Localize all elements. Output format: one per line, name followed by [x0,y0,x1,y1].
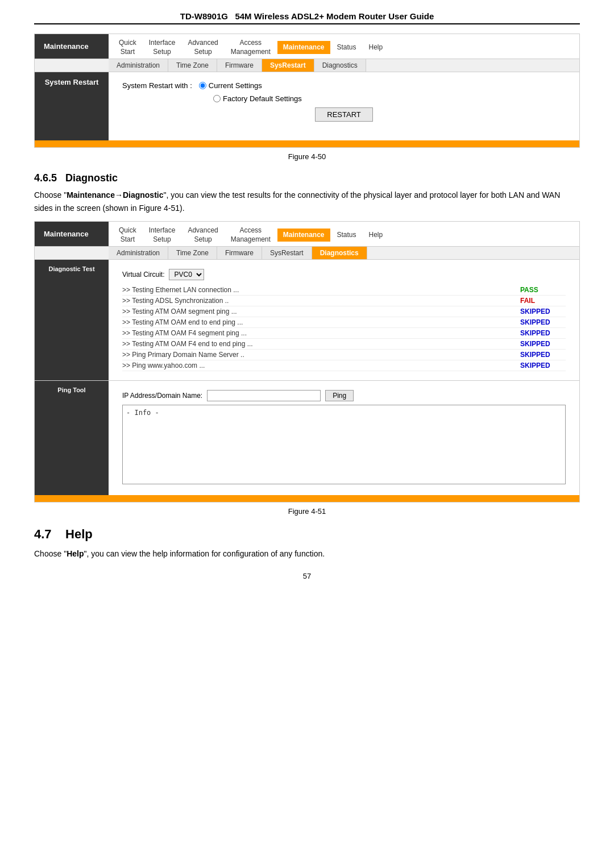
test-name-5: >> Testing ATM OAM F4 segment ping ... [122,329,520,337]
fig51-bottom-bar [35,495,579,502]
diag-row-3: >> Testing ATM OAM segment ping ... SKIP… [122,306,566,317]
section-465-body: Choose "Maintenance→Diagnostic", you can… [34,189,580,214]
subnav1-sysrestart[interactable]: SysRestart [262,59,314,72]
diag-row-4: >> Testing ATM OAM end to end ping ... S… [122,317,566,328]
diag-row-2: >> Testing ADSL Synchronization .. FAIL [122,296,566,306]
test-result-8: SKIPPED [520,362,566,369]
tab1-quick-start[interactable]: Quick Start [113,36,142,59]
nav-bar-2: Maintenance Quick Start Interface Setup … [35,222,579,247]
ping-tool-main: IP Address/Domain Name: Ping - Info - [109,381,579,495]
test-name-2: >> Testing ADSL Synchronization .. [122,297,520,305]
diag-row-6: >> Testing ATM OAM F4 end to end ping ..… [122,339,566,350]
subnav2-diagnostics[interactable]: Diagnostics [312,247,367,259]
ping-tool-sidebar: Ping Tool [35,381,109,495]
diag-test-content: Diagnostic Test Virtual Circuit: PVC0 >>… [35,260,579,381]
section-47-body: Choose "Help", you can view the help inf… [34,547,580,560]
subnav1-firmware[interactable]: Firmware [217,59,262,72]
test-result-2: FAIL [520,297,566,305]
test-result-6: SKIPPED [520,340,566,348]
sub-nav-2: Administration Time Zone Firmware SysRes… [35,247,579,260]
section-465-title: Diagnostic [65,172,118,184]
tab2-access-management[interactable]: Access Management [225,224,276,246]
test-result-3: SKIPPED [520,308,566,315]
subnav2-administration[interactable]: Administration [109,247,168,259]
tab2-help[interactable]: Help [363,229,389,242]
vc-row: Virtual Circuit: PVC0 [122,269,566,280]
diag-row-5: >> Testing ATM OAM F4 segment ping ... S… [122,328,566,339]
nav-bar-1: Maintenance Quick Start Interface Setup … [35,34,579,59]
section-47-heading: 4.7 Help [34,527,580,542]
nav1-tabs: Quick Start Interface Setup Advanced Set… [109,34,579,59]
test-result-4: SKIPPED [520,318,566,326]
test-name-7: >> Ping Primary Domain Name Server .. [122,351,520,359]
nav1-sidebar-label: Maintenance [35,34,109,59]
restart-form: System Restart with : Current Settings F… [122,81,566,103]
nav2-tabs: Quick Start Interface Setup Advanced Set… [109,222,579,246]
figure-50-frame: Maintenance Quick Start Interface Setup … [34,34,580,148]
page-header: TD-W8901G 54M Wireless ADSL2+ Modem Rout… [34,11,580,24]
nav2-sidebar-label: Maintenance [35,222,109,246]
test-result-1: PASS [520,286,566,294]
system-restart-sidebar: System Restart [35,72,109,140]
test-name-1: >> Testing Ethernet LAN connection ... [122,286,520,294]
test-name-8: >> Ping www.yahoo.com ... [122,362,520,369]
sub-nav-1: Administration Time Zone Firmware SysRes… [35,59,579,72]
page-number: 57 [34,572,580,580]
figure-51-frame: Maintenance Quick Start Interface Setup … [34,221,580,502]
tab1-advanced-setup[interactable]: Advanced Setup [182,36,223,59]
current-settings-label[interactable]: Current Settings [199,81,262,90]
diag-row-7: >> Ping Primary Domain Name Server .. SK… [122,350,566,360]
ping-output[interactable]: - Info - [122,405,566,484]
fig50-bottom-bar [35,140,579,147]
diag-table: >> Testing Ethernet LAN connection ... P… [122,285,566,371]
tab2-status[interactable]: Status [331,229,362,242]
diag-test-sidebar: Diagnostic Test [35,260,109,380]
tab1-status[interactable]: Status [331,41,362,55]
tab2-advanced-setup[interactable]: Advanced Setup [182,224,223,246]
restart-with-label: System Restart with : [122,81,192,90]
subnav1-timezone[interactable]: Time Zone [168,59,217,72]
tab1-access-management[interactable]: Access Management [225,36,276,59]
ping-input-row: IP Address/Domain Name: Ping [122,390,566,401]
system-restart-main: System Restart with : Current Settings F… [109,72,579,140]
tab1-interface-setup[interactable]: Interface Setup [143,36,181,59]
bold-help: Help [67,549,84,558]
diag-row-1: >> Testing Ethernet LAN connection ... P… [122,285,566,296]
ping-button[interactable]: Ping [325,390,354,401]
test-result-7: SKIPPED [520,351,566,359]
section-465-heading: 4.6.5 Diagnostic [34,172,580,184]
fig50-content: System Restart System Restart with : Cur… [35,72,579,140]
tab2-maintenance[interactable]: Maintenance [277,229,330,242]
section-465-number: 4.6.5 [34,172,57,184]
tab2-interface-setup[interactable]: Interface Setup [143,224,181,246]
fig51-caption: Figure 4-51 [34,507,580,516]
subnav1-administration[interactable]: Administration [109,59,168,72]
subnav1-diagnostics[interactable]: Diagnostics [314,59,366,72]
test-name-3: >> Testing ATM OAM segment ping ... [122,308,520,315]
section-47-title: Help [65,527,93,541]
fig50-caption: Figure 4-50 [34,152,580,161]
subnav2-timezone[interactable]: Time Zone [168,247,217,259]
restart-options-row: System Restart with : Current Settings [122,81,566,90]
section-47-number: 4.7 [34,527,52,541]
tab1-help[interactable]: Help [363,41,389,55]
restart-btn-row: RESTART [122,103,566,126]
page-subtitle: 54M Wireless ADSL2+ Modem Router User Gu… [235,11,434,21]
factory-default-row: Factory Default Settings [122,94,566,103]
diag-row-8: >> Ping www.yahoo.com ... SKIPPED [122,360,566,371]
subnav2-sysrestart[interactable]: SysRestart [262,247,312,259]
ip-input[interactable] [207,390,321,401]
ping-tool-content: Ping Tool IP Address/Domain Name: Ping -… [35,381,579,495]
factory-default-radio[interactable] [213,95,221,102]
tab2-quick-start[interactable]: Quick Start [113,224,142,246]
subnav2-firmware[interactable]: Firmware [217,247,262,259]
current-settings-radio[interactable] [199,82,206,89]
tab1-maintenance[interactable]: Maintenance [277,41,330,55]
factory-default-label[interactable]: Factory Default Settings [213,94,302,103]
vc-label: Virtual Circuit: [122,271,164,279]
ip-label: IP Address/Domain Name: [122,392,202,400]
bold-maintenance: Maintenance→Diagnostic [67,190,163,200]
restart-button[interactable]: RESTART [315,107,372,122]
vc-select[interactable]: PVC0 [169,269,204,280]
test-name-4: >> Testing ATM OAM end to end ping ... [122,318,520,326]
